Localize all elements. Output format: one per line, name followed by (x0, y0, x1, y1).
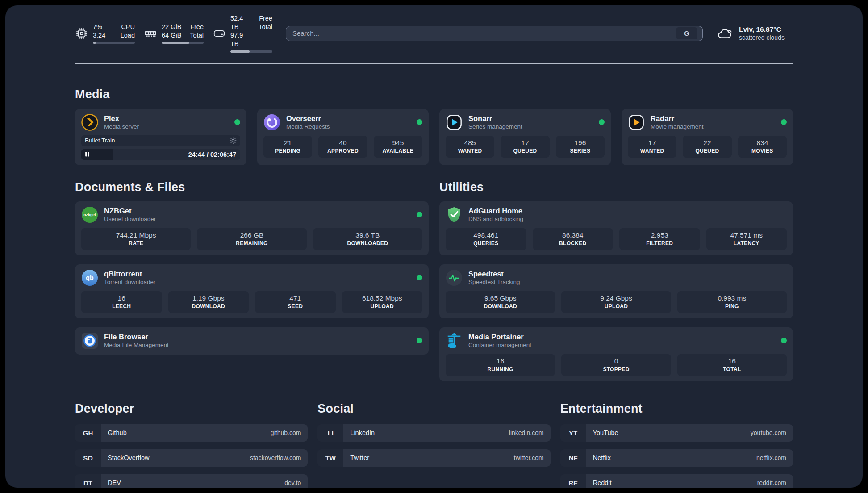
stat-box: 17 QUEUED (501, 136, 549, 158)
link-main: StackOverflow stackoverflow.com (101, 449, 308, 467)
stat-label: STOPPED (563, 366, 669, 372)
memory-monitor: 22 GiB 64 GiB Free Total (144, 14, 204, 53)
stat-label: WANTED (447, 148, 492, 154)
section-title-utilities: Utilities (439, 180, 793, 194)
link-main: Reddit reddit.com (586, 474, 793, 488)
link-abbr: NF (560, 449, 586, 467)
cpu-monitor-body: 7% 3.24 CPU Load (93, 23, 135, 44)
radarr-card-header: Radarr Movie management (628, 114, 787, 131)
stat-label: DOWNLOAD (447, 303, 553, 309)
sonarr-card-header: Sonarr Series management (446, 114, 605, 131)
stat-value: 834 (740, 139, 785, 147)
stat-box: 945 AVAILABLE (374, 136, 422, 158)
bookmark-sections: Developer GH Github github.com SO StackO… (75, 402, 793, 488)
stat-label: SEED (257, 303, 334, 309)
speedtest-titles: Speedtest Speedtest Tracking (468, 270, 520, 285)
documents-cards: nzbget NZBGet Usenet downloader 74 (75, 201, 429, 355)
stat-box: 21 PENDING (263, 136, 312, 158)
adguard-shield-icon (446, 206, 463, 223)
cpu-monitor: 7% 3.24 CPU Load (75, 14, 135, 53)
radarr-stats: 17 WANTED 22 QUEUED 834 MOVIES (628, 136, 787, 158)
link-row-stackoverflow[interactable]: SO StackOverflow stackoverflow.com (75, 449, 308, 467)
link-main: Twitter twitter.com (343, 449, 550, 467)
plex-subtitle: Media server (104, 123, 139, 130)
radarr-icon (628, 114, 645, 131)
cpu-progress-fill (93, 42, 96, 44)
link-row-dev[interactable]: DT DEV dev.to (75, 474, 308, 488)
stat-box: 1.19 Gbps DOWNLOAD (168, 291, 249, 313)
stat-value: 2,953 (621, 231, 698, 239)
sonarr-card[interactable]: Sonarr Series management 485 WANTED 17 Q… (439, 109, 611, 165)
link-row-reddit[interactable]: RE Reddit reddit.com (560, 474, 793, 488)
dashboard-screen: 7% 3.24 CPU Load (5, 5, 863, 488)
qbittorrent-titles: qBittorrent Torrent downloader (104, 270, 156, 285)
stat-label: UPLOAD (563, 303, 669, 309)
plex-card[interactable]: Plex Media server Bullet Train (75, 109, 246, 165)
radarr-card[interactable]: Radarr Movie management 17 WANTED 22 QUE… (622, 109, 793, 165)
now-playing-bar: Bullet Train (81, 135, 240, 146)
pause-icon[interactable] (84, 151, 90, 157)
link-name: Twitter (350, 454, 369, 461)
utilities-column: Utilities (439, 180, 793, 381)
nzbget-icon: nzbget (81, 206, 98, 223)
overseerr-titles: Overseerr Media Requests (286, 114, 330, 130)
playback-progress-bar: 24:44 / 02:06:47 (81, 149, 240, 160)
stat-label: DOWNLOAD (170, 303, 247, 309)
nzbget-stats: 744.21 Mbps RATE 266 GB REMAINING 39.6 T… (81, 228, 422, 250)
stat-label: SERIES (558, 148, 603, 154)
plex-title: Plex (104, 114, 139, 123)
session-gear-icon[interactable] (230, 137, 237, 144)
search-engine-key[interactable]: G (676, 27, 697, 39)
link-url: reddit.com (757, 479, 786, 486)
disk-free-label: Free (259, 14, 272, 23)
link-name: Github (108, 429, 127, 436)
nzbget-card-header: nzbget NZBGet Usenet downloader (81, 206, 422, 223)
portainer-titles: Media Portainer Container management (468, 333, 531, 348)
stat-value: 945 (376, 139, 421, 147)
portainer-title: Media Portainer (468, 333, 531, 341)
nzbget-status-dot (417, 212, 422, 217)
adguard-card[interactable]: AdGuard Home DNS and adblocking 498,461 … (439, 201, 793, 255)
link-row-netflix[interactable]: NF Netflix netflix.com (560, 449, 793, 467)
link-abbr: RE (560, 474, 586, 488)
memory-progress-fill (162, 42, 189, 44)
memory-free-value: 22 GiB (162, 23, 181, 31)
search-input[interactable] (292, 29, 676, 37)
link-main: DEV dev.to (101, 474, 308, 488)
adguard-titles: AdGuard Home DNS and adblocking (468, 207, 523, 222)
link-row-linkedin[interactable]: LI LinkedIn linkedin.com (317, 424, 550, 442)
nzbget-card[interactable]: nzbget NZBGet Usenet downloader 74 (75, 201, 429, 255)
documents-column: Documents & Files nzbget (75, 180, 429, 381)
stat-value: 40 (320, 139, 365, 147)
stat-label: BLOCKED (534, 240, 612, 246)
disk-monitor: 52.4 TB 97.9 TB Free Total (213, 14, 272, 53)
social-section: Social LI LinkedIn linkedin.com TW Twitt… (317, 402, 550, 488)
link-row-github[interactable]: GH Github github.com (75, 424, 308, 442)
link-row-youtube[interactable]: YT YouTube youtube.com (560, 424, 793, 442)
stat-value: 9.24 Gbps (563, 294, 669, 302)
portainer-card[interactable]: Media Portainer Container management 16 … (439, 327, 793, 381)
filebrowser-card[interactable]: File Browser Media File Management (75, 327, 429, 355)
stat-value: 16 (447, 357, 553, 365)
link-name: Netflix (593, 454, 611, 461)
stat-value: 17 (630, 139, 675, 147)
portainer-crane-icon (446, 332, 463, 349)
utilities-cards: AdGuard Home DNS and adblocking 498,461 … (439, 201, 793, 381)
overseerr-card[interactable]: Overseerr Media Requests 21 PENDING 40 A… (257, 109, 429, 165)
social-links: LI LinkedIn linkedin.com TW Twitter twit… (317, 424, 550, 467)
stat-box: 9.65 Gbps DOWNLOAD (446, 291, 555, 313)
adguard-subtitle: DNS and adblocking (468, 216, 523, 222)
link-url: linkedin.com (509, 429, 544, 436)
section-title-documents: Documents & Files (75, 180, 429, 194)
sonarr-titles: Sonarr Series management (468, 114, 522, 130)
search-bar[interactable]: G (286, 26, 703, 41)
plex-titles: Plex Media server (104, 114, 139, 130)
radarr-titles: Radarr Movie management (651, 114, 704, 130)
speedtest-card[interactable]: Speedtest Speedtest Tracking 9.65 Gbps D… (439, 264, 793, 318)
disk-total-value: 97.9 TB (230, 31, 252, 48)
filebrowser-card-header: File Browser Media File Management (81, 332, 422, 349)
link-row-twitter[interactable]: TW Twitter twitter.com (317, 449, 550, 467)
qbittorrent-card[interactable]: qb qBittorrent Torrent downloader (75, 264, 429, 318)
stat-label: UPLOAD (344, 303, 421, 309)
ram-icon (144, 27, 157, 40)
